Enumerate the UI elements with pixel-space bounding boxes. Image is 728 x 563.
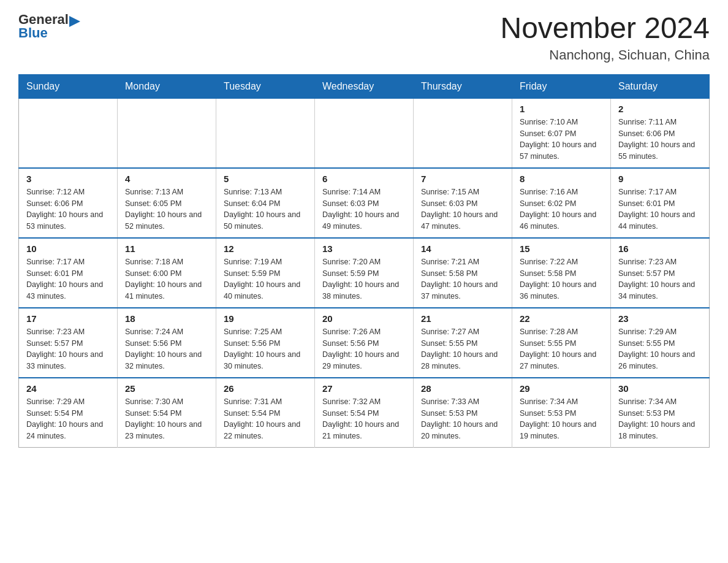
day-number: 2 (618, 104, 702, 114)
day-number: 28 (421, 383, 504, 394)
col-thursday: Thursday (414, 74, 512, 98)
calendar-cell-w3-d2: 12Sunrise: 7:19 AMSunset: 5:59 PMDayligh… (216, 238, 315, 308)
calendar-cell-w1-d2 (216, 98, 315, 168)
day-number: 6 (322, 174, 406, 184)
day-number: 8 (520, 174, 603, 184)
svg-marker-0 (69, 16, 80, 27)
day-number: 20 (322, 313, 406, 324)
day-number: 14 (421, 243, 504, 254)
calendar-cell-w2-d1: 4Sunrise: 7:13 AMSunset: 6:05 PMDaylight… (118, 168, 216, 238)
day-info: Sunrise: 7:22 AMSunset: 5:58 PMDaylight:… (520, 256, 603, 302)
day-number: 16 (618, 243, 702, 254)
logo-triangle-icon (69, 16, 80, 27)
calendar-cell-w5-d6: 30Sunrise: 7:34 AMSunset: 5:53 PMDayligh… (611, 378, 710, 448)
day-info: Sunrise: 7:18 AMSunset: 6:00 PMDaylight:… (125, 256, 208, 302)
calendar-cell-w3-d4: 14Sunrise: 7:21 AMSunset: 5:58 PMDayligh… (414, 238, 512, 308)
calendar-cell-w5-d0: 24Sunrise: 7:29 AMSunset: 5:54 PMDayligh… (19, 378, 118, 448)
calendar-cell-w3-d6: 16Sunrise: 7:23 AMSunset: 5:57 PMDayligh… (611, 238, 710, 308)
calendar-cell-w5-d1: 25Sunrise: 7:30 AMSunset: 5:54 PMDayligh… (118, 378, 216, 448)
logo-blue: Blue (18, 26, 80, 40)
calendar-cell-w2-d4: 7Sunrise: 7:15 AMSunset: 6:03 PMDaylight… (414, 168, 512, 238)
day-number: 30 (618, 383, 702, 394)
day-info: Sunrise: 7:23 AMSunset: 5:57 PMDaylight:… (618, 256, 702, 302)
day-info: Sunrise: 7:16 AMSunset: 6:02 PMDaylight:… (520, 186, 603, 232)
calendar-cell-w4-d0: 17Sunrise: 7:23 AMSunset: 5:57 PMDayligh… (19, 308, 118, 378)
day-number: 1 (520, 104, 603, 114)
day-number: 11 (125, 243, 208, 254)
calendar-cell-w2-d5: 8Sunrise: 7:16 AMSunset: 6:02 PMDaylight… (512, 168, 611, 238)
logo: General Blue (18, 12, 80, 40)
day-info: Sunrise: 7:33 AMSunset: 5:53 PMDaylight:… (421, 396, 504, 442)
day-number: 18 (125, 313, 208, 324)
calendar-cell-w1-d0 (19, 98, 118, 168)
day-info: Sunrise: 7:13 AMSunset: 6:05 PMDaylight:… (125, 186, 208, 232)
day-number: 27 (322, 383, 406, 394)
day-info: Sunrise: 7:26 AMSunset: 5:56 PMDaylight:… (322, 326, 406, 372)
calendar-header-row: Sunday Monday Tuesday Wednesday Thursday… (19, 74, 710, 98)
calendar-cell-w5-d3: 27Sunrise: 7:32 AMSunset: 5:54 PMDayligh… (315, 378, 414, 448)
day-info: Sunrise: 7:21 AMSunset: 5:58 PMDaylight:… (421, 256, 504, 302)
calendar-cell-w1-d6: 2Sunrise: 7:11 AMSunset: 6:06 PMDaylight… (611, 98, 710, 168)
calendar-week-5: 24Sunrise: 7:29 AMSunset: 5:54 PMDayligh… (19, 378, 710, 448)
day-info: Sunrise: 7:32 AMSunset: 5:54 PMDaylight:… (322, 396, 406, 442)
day-info: Sunrise: 7:27 AMSunset: 5:55 PMDaylight:… (421, 326, 504, 372)
page-header: General Blue November 2024 Nanchong, Sic… (18, 12, 710, 63)
day-number: 24 (26, 383, 110, 394)
title-block: November 2024 Nanchong, Sichuan, China (500, 12, 710, 63)
calendar-cell-w3-d0: 10Sunrise: 7:17 AMSunset: 6:01 PMDayligh… (19, 238, 118, 308)
calendar-week-4: 17Sunrise: 7:23 AMSunset: 5:57 PMDayligh… (19, 308, 710, 378)
col-wednesday: Wednesday (315, 74, 414, 98)
day-info: Sunrise: 7:15 AMSunset: 6:03 PMDaylight:… (421, 186, 504, 232)
col-friday: Friday (512, 74, 611, 98)
day-number: 12 (224, 243, 307, 254)
calendar-cell-w1-d3 (315, 98, 414, 168)
day-number: 19 (224, 313, 307, 324)
day-number: 4 (125, 174, 208, 184)
day-info: Sunrise: 7:31 AMSunset: 5:54 PMDaylight:… (224, 396, 307, 442)
day-info: Sunrise: 7:20 AMSunset: 5:59 PMDaylight:… (322, 256, 406, 302)
day-number: 5 (224, 174, 307, 184)
day-info: Sunrise: 7:13 AMSunset: 6:04 PMDaylight:… (224, 186, 307, 232)
calendar-cell-w4-d3: 20Sunrise: 7:26 AMSunset: 5:56 PMDayligh… (315, 308, 414, 378)
day-number: 9 (618, 174, 702, 184)
day-info: Sunrise: 7:17 AMSunset: 6:01 PMDaylight:… (618, 186, 702, 232)
day-info: Sunrise: 7:34 AMSunset: 5:53 PMDaylight:… (618, 396, 702, 442)
main-title: November 2024 (500, 12, 710, 45)
day-number: 7 (421, 174, 504, 184)
calendar-cell-w4-d5: 22Sunrise: 7:28 AMSunset: 5:55 PMDayligh… (512, 308, 611, 378)
col-monday: Monday (118, 74, 216, 98)
day-info: Sunrise: 7:23 AMSunset: 5:57 PMDaylight:… (26, 326, 110, 372)
day-number: 23 (618, 313, 702, 324)
day-number: 15 (520, 243, 603, 254)
day-number: 3 (26, 174, 110, 184)
calendar-cell-w1-d4 (414, 98, 512, 168)
subtitle: Nanchong, Sichuan, China (500, 47, 710, 63)
calendar-cell-w4-d2: 19Sunrise: 7:25 AMSunset: 5:56 PMDayligh… (216, 308, 315, 378)
calendar-table: Sunday Monday Tuesday Wednesday Thursday… (18, 74, 710, 448)
calendar-cell-w5-d2: 26Sunrise: 7:31 AMSunset: 5:54 PMDayligh… (216, 378, 315, 448)
day-info: Sunrise: 7:19 AMSunset: 5:59 PMDaylight:… (224, 256, 307, 302)
day-number: 13 (322, 243, 406, 254)
day-number: 22 (520, 313, 603, 324)
calendar-cell-w2-d6: 9Sunrise: 7:17 AMSunset: 6:01 PMDaylight… (611, 168, 710, 238)
day-info: Sunrise: 7:30 AMSunset: 5:54 PMDaylight:… (125, 396, 208, 442)
calendar-cell-w2-d2: 5Sunrise: 7:13 AMSunset: 6:04 PMDaylight… (216, 168, 315, 238)
calendar-cell-w3-d3: 13Sunrise: 7:20 AMSunset: 5:59 PMDayligh… (315, 238, 414, 308)
day-info: Sunrise: 7:17 AMSunset: 6:01 PMDaylight:… (26, 256, 110, 302)
col-tuesday: Tuesday (216, 74, 315, 98)
calendar-cell-w3-d5: 15Sunrise: 7:22 AMSunset: 5:58 PMDayligh… (512, 238, 611, 308)
calendar-cell-w4-d1: 18Sunrise: 7:24 AMSunset: 5:56 PMDayligh… (118, 308, 216, 378)
day-number: 29 (520, 383, 603, 394)
calendar-cell-w4-d6: 23Sunrise: 7:29 AMSunset: 5:55 PMDayligh… (611, 308, 710, 378)
col-sunday: Sunday (19, 74, 118, 98)
day-number: 21 (421, 313, 504, 324)
day-info: Sunrise: 7:24 AMSunset: 5:56 PMDaylight:… (125, 326, 208, 372)
calendar-cell-w5-d5: 29Sunrise: 7:34 AMSunset: 5:53 PMDayligh… (512, 378, 611, 448)
calendar-cell-w1-d5: 1Sunrise: 7:10 AMSunset: 6:07 PMDaylight… (512, 98, 611, 168)
calendar-week-1: 1Sunrise: 7:10 AMSunset: 6:07 PMDaylight… (19, 98, 710, 168)
col-saturday: Saturday (611, 74, 710, 98)
calendar-cell-w2-d3: 6Sunrise: 7:14 AMSunset: 6:03 PMDaylight… (315, 168, 414, 238)
calendar-week-3: 10Sunrise: 7:17 AMSunset: 6:01 PMDayligh… (19, 238, 710, 308)
day-info: Sunrise: 7:11 AMSunset: 6:06 PMDaylight:… (618, 117, 702, 163)
calendar-week-2: 3Sunrise: 7:12 AMSunset: 6:06 PMDaylight… (19, 168, 710, 238)
